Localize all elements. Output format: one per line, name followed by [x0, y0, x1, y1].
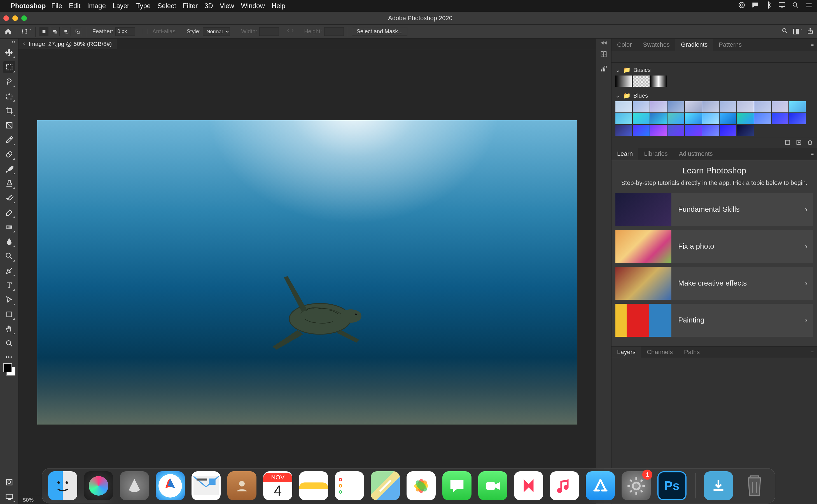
search-icon[interactable] — [781, 27, 788, 36]
intersect-selection-icon[interactable] — [73, 27, 82, 36]
select-and-mask-button[interactable]: Select and Mask... — [352, 27, 408, 36]
menu-layer[interactable]: Layer — [112, 2, 129, 10]
dock-mail-icon[interactable] — [191, 471, 221, 500]
minimize-window-button[interactable] — [12, 15, 18, 21]
gradient-thumb[interactable] — [685, 125, 702, 136]
dock-safari-icon[interactable] — [156, 471, 185, 500]
pen-tool-icon[interactable] — [3, 265, 15, 277]
panel-menu-icon[interactable]: ≡ — [811, 350, 814, 355]
menu-select[interactable]: Select — [157, 2, 176, 10]
gradient-thumb[interactable] — [668, 125, 684, 136]
gradient-tool-icon[interactable] — [3, 221, 15, 233]
gradient-thumb[interactable] — [650, 125, 667, 136]
gradient-group-header[interactable]: ⌄📁Blues — [616, 92, 813, 99]
dock-trash-icon[interactable] — [740, 471, 769, 500]
tab-learn[interactable]: Learn — [611, 148, 639, 160]
gradient-thumb[interactable] — [668, 101, 684, 112]
save-preset-icon[interactable] — [785, 139, 791, 147]
gradient-thumb[interactable] — [720, 125, 736, 136]
history-brush-tool-icon[interactable] — [3, 192, 15, 204]
gradient-thumb[interactable] — [633, 113, 650, 124]
brush-tool-icon[interactable] — [3, 163, 15, 175]
tab-color[interactable]: Color — [611, 39, 638, 51]
gradient-thumb[interactable] — [633, 76, 650, 87]
menu-file[interactable]: File — [51, 2, 62, 10]
home-icon[interactable] — [3, 27, 13, 36]
gradient-thumb[interactable] — [772, 101, 788, 112]
gradient-thumb[interactable] — [772, 113, 788, 124]
stamp-tool-icon[interactable] — [3, 178, 15, 189]
gradient-thumb[interactable] — [685, 113, 702, 124]
dock-appstore-icon[interactable] — [586, 471, 615, 500]
tab-channels[interactable]: Channels — [641, 347, 679, 358]
color-swatch[interactable] — [3, 363, 15, 376]
brushes-panel-icon[interactable] — [598, 49, 609, 59]
add-selection-icon[interactable] — [51, 27, 60, 36]
panel-menu-icon[interactable]: ≡ — [811, 151, 814, 156]
gradient-thumb[interactable] — [754, 101, 771, 112]
type-tool-icon[interactable] — [3, 279, 15, 291]
menu-help[interactable]: Help — [272, 2, 285, 10]
dock-notes-icon[interactable] — [299, 471, 328, 500]
app-name[interactable]: Photoshop — [11, 2, 46, 10]
gradient-thumb[interactable] — [702, 101, 719, 112]
dodge-tool-icon[interactable] — [3, 250, 15, 262]
edit-toolbar-icon[interactable]: ••• — [3, 355, 15, 360]
workspace-icon[interactable]: ˇ — [793, 28, 802, 35]
dock-maps-icon[interactable] — [371, 471, 400, 500]
healing-tool-icon[interactable] — [3, 149, 15, 160]
dock-calendar-icon[interactable]: NOV 4 — [263, 471, 292, 500]
tab-patterns[interactable]: Patterns — [713, 39, 747, 51]
gradient-thumb[interactable] — [789, 101, 806, 112]
gradient-thumb[interactable] — [702, 113, 719, 124]
bluetooth-icon[interactable] — [765, 1, 772, 10]
close-window-button[interactable] — [3, 15, 9, 21]
menu-image[interactable]: Image — [87, 2, 106, 10]
panel-menu-icon[interactable]: ≡ — [811, 42, 814, 47]
gradient-group-header[interactable]: ⌄📁Basics — [616, 67, 813, 73]
tab-paths[interactable]: Paths — [679, 347, 705, 358]
new-preset-icon[interactable] — [796, 139, 802, 147]
gradient-thumb[interactable] — [737, 101, 754, 112]
expand-panels-icon[interactable]: ◀◀ — [600, 40, 607, 45]
eraser-tool-icon[interactable] — [3, 207, 15, 218]
gradient-thumb[interactable] — [737, 125, 754, 136]
learn-item-fundamental[interactable]: Fundamental Skills › — [616, 193, 813, 226]
quick-select-tool-icon[interactable] — [3, 90, 15, 102]
tab-gradients[interactable]: Gradients — [675, 39, 713, 51]
learn-item-fix[interactable]: Fix a photo › — [616, 230, 813, 263]
new-selection-icon[interactable] — [39, 27, 48, 36]
move-tool-icon[interactable] — [3, 47, 15, 58]
gradient-thumb[interactable] — [616, 125, 632, 136]
dock-messages-icon[interactable] — [442, 471, 471, 500]
delete-preset-icon[interactable] — [807, 139, 813, 147]
menu-view[interactable]: View — [220, 2, 234, 10]
toolbar-collapse-icon[interactable] — [10, 40, 17, 44]
learn-item-painting[interactable]: Painting › — [616, 304, 813, 337]
tab-layers[interactable]: Layers — [611, 347, 641, 358]
shape-tool-icon[interactable] — [3, 308, 15, 320]
gradient-thumb[interactable] — [754, 113, 771, 124]
gradient-thumb[interactable] — [702, 125, 719, 136]
close-tab-icon[interactable]: × — [22, 41, 25, 47]
gradient-thumb[interactable] — [650, 101, 667, 112]
marquee-tool-icon[interactable] — [3, 61, 15, 73]
gradient-thumb[interactable] — [668, 113, 684, 124]
dock-facetime-icon[interactable] — [478, 471, 507, 500]
gradient-thumb[interactable] — [633, 101, 650, 112]
gradient-thumb[interactable] — [685, 101, 702, 112]
dock-siri-icon[interactable] — [84, 471, 113, 500]
zoom-tool-icon[interactable] — [3, 338, 15, 349]
gradient-thumb[interactable] — [789, 113, 806, 124]
dock-downloads-icon[interactable] — [704, 471, 733, 500]
gradient-thumb[interactable] — [633, 125, 650, 136]
menu-filter[interactable]: Filter — [183, 2, 198, 10]
dock-contacts-icon[interactable] — [227, 471, 257, 500]
tab-swatches[interactable]: Swatches — [638, 39, 675, 51]
chat-icon[interactable] — [752, 1, 759, 10]
tab-adjustments[interactable]: Adjustments — [673, 148, 719, 160]
dock-finder-icon[interactable] — [48, 471, 77, 500]
feather-input[interactable] — [115, 27, 135, 36]
menu-type[interactable]: Type — [136, 2, 151, 10]
dock-launchpad-icon[interactable] — [120, 471, 149, 500]
